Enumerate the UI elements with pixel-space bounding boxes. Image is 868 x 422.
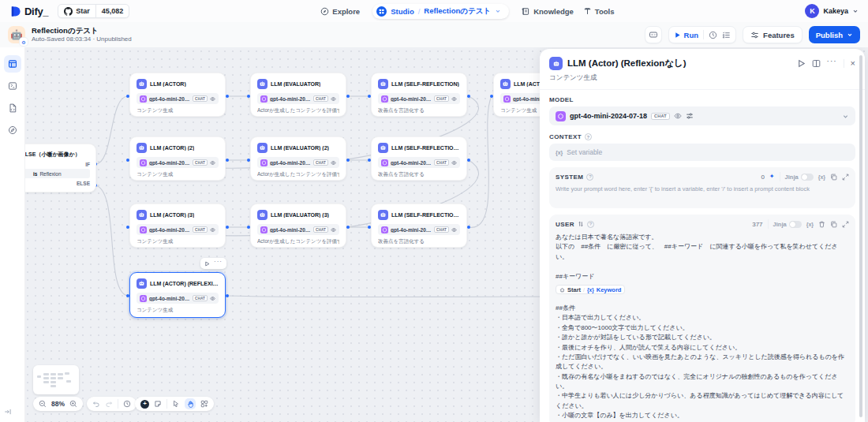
redo-icon[interactable] bbox=[105, 400, 113, 408]
workflow-node[interactable]: LLM (ACTOR) (3)gpt-4o-mini-2024-07-18CHA… bbox=[129, 204, 226, 248]
expand-icon[interactable] bbox=[842, 174, 849, 181]
help-icon[interactable]: ? bbox=[586, 174, 593, 181]
add-block-button[interactable]: + bbox=[140, 400, 149, 409]
node-model-name: gpt-4o-mini-2024-07-18 bbox=[149, 296, 190, 301]
workflow-mode-badge: ⚙ bbox=[20, 38, 28, 46]
nav-studio-breadcrumb[interactable]: Studio / Reflectionのテスト bbox=[372, 4, 509, 19]
env-variables-button[interactable] bbox=[645, 26, 662, 43]
studio-icon bbox=[376, 6, 387, 17]
zoom-out-icon[interactable] bbox=[39, 400, 47, 408]
chevron-down-icon bbox=[842, 113, 849, 120]
workflow-node[interactable]: LLM (ACTOR) (2)gpt-4o-mini-2024-07-18CHA… bbox=[129, 136, 226, 181]
organize-blocks-button[interactable] bbox=[200, 400, 208, 408]
workflow-node[interactable]: LLM (SELF-REFLECTION) (3)gpt-4o-mini-202… bbox=[371, 204, 467, 248]
generate-prompt-icon[interactable]: ✦ bbox=[769, 174, 775, 180]
node-play-icon[interactable] bbox=[204, 261, 210, 267]
sidebar-item-logs[interactable] bbox=[4, 121, 21, 139]
variable-icon: {x} bbox=[556, 150, 563, 155]
eye-icon bbox=[674, 112, 682, 120]
view-history-icon[interactable] bbox=[123, 400, 131, 408]
close-panel-button[interactable]: × bbox=[851, 59, 855, 68]
app-icon[interactable]: 🤖 ⚙ bbox=[8, 26, 25, 43]
publish-button[interactable]: Publish bbox=[809, 26, 860, 43]
run-history-icon[interactable] bbox=[709, 31, 717, 39]
chat-mode-badge: CHAT bbox=[193, 95, 208, 102]
llm-node-icon bbox=[378, 79, 388, 89]
chat-mode-badge: CHAT bbox=[651, 113, 670, 120]
jinja-switch[interactable] bbox=[789, 221, 802, 228]
jinja-toggle[interactable]: Jinja bbox=[773, 221, 802, 228]
node-model-pill: gpt-4o-mini-2024-07-18CHAT bbox=[137, 293, 219, 304]
dify-logo[interactable]: Dify_ bbox=[9, 6, 48, 17]
zoom-level[interactable]: 88% bbox=[51, 400, 65, 408]
user-prompt-conditions[interactable]: ##条件 ・日本語で出力してください。 ・全角で800〜1000文字で出力してく… bbox=[556, 304, 849, 421]
chat-mode-badge: CHAT bbox=[193, 159, 208, 166]
node-title: LLM (ACTOR) bbox=[150, 81, 186, 87]
eye-icon bbox=[210, 227, 215, 233]
help-icon[interactable]: ? bbox=[585, 133, 592, 140]
nav-tools[interactable]: Tools bbox=[578, 7, 619, 16]
delete-icon[interactable] bbox=[818, 221, 825, 228]
node-model-name: gpt-4o-mini-2024-07-18 bbox=[391, 227, 432, 233]
node-title: LLM (ACTOR) (3) bbox=[150, 212, 194, 218]
run-node-button[interactable] bbox=[797, 59, 806, 68]
copy-icon[interactable] bbox=[830, 221, 837, 228]
sidebar-item-preview[interactable] bbox=[4, 77, 21, 95]
split-view-button[interactable] bbox=[812, 59, 821, 68]
nav-explore[interactable]: Explore bbox=[316, 7, 365, 16]
features-button[interactable]: Features bbox=[743, 26, 803, 43]
context-variable-input[interactable]: {x} Set variable bbox=[549, 144, 855, 161]
workflow-node[interactable]: LLM (SELF-REFLECTION)gpt-4o-mini-2024-07… bbox=[371, 73, 467, 117]
user-prompt-block[interactable]: USER ? 377 Jinja {x} bbox=[549, 215, 855, 422]
node-model-name: gpt-4o-mini-2024-07-18 bbox=[391, 160, 432, 166]
condition-operator: is bbox=[33, 171, 37, 177]
node-model-name: gpt-4o-mini-2024-07-18 bbox=[149, 227, 190, 233]
workflow-node[interactable]: LLM (EVALUATOR) (2)gpt-4o-mini-2024-07-1… bbox=[250, 136, 346, 181]
user-prompt-intro[interactable]: あなたは日本で著名な落語家です。 以下の ##条件 に厳密に従って、 ##キーワ… bbox=[556, 233, 849, 282]
pointer-mode-button[interactable] bbox=[172, 400, 180, 408]
undo-icon[interactable] bbox=[92, 400, 100, 408]
openai-model-icon bbox=[381, 159, 388, 166]
add-note-button[interactable] bbox=[154, 400, 162, 408]
copy-icon[interactable] bbox=[830, 174, 837, 181]
insert-variable-icon[interactable]: {x} bbox=[818, 174, 825, 180]
workflow-node[interactable]: LLM (ACTOR)gpt-4o-mini-2024-07-18CHATコンテ… bbox=[129, 73, 226, 117]
top-navigation-bar: Dify_ Star 45,082 Explore Studio / Refle… bbox=[0, 0, 868, 22]
node-title: LLM (ACTOR) (REFLEXIONなし) bbox=[150, 280, 219, 288]
nav-knowledge[interactable]: Knowledge bbox=[517, 7, 578, 16]
user-menu[interactable]: K Kakeya bbox=[805, 4, 859, 18]
canvas-minimap[interactable] bbox=[33, 365, 79, 394]
github-star-widget[interactable]: Star 45,082 bbox=[58, 4, 129, 18]
crumb-separator: / bbox=[418, 7, 421, 16]
panel-scrollbar[interactable] bbox=[859, 55, 862, 417]
workflow-node-selected[interactable]: LLM (ACTOR) (REFLEXIONなし)gpt-4o-mini-202… bbox=[129, 272, 226, 318]
workflow-node[interactable]: LLM (EVALUATOR) (3)gpt-4o-mini-2024-07-1… bbox=[250, 204, 346, 248]
collapse-sidebar-button[interactable] bbox=[4, 408, 12, 416]
checklist-icon[interactable] bbox=[722, 31, 731, 39]
jinja-toggle[interactable]: Jinja bbox=[785, 174, 814, 181]
variable-icon: {x} bbox=[587, 287, 594, 293]
eye-icon bbox=[451, 227, 457, 233]
openai-model-icon bbox=[503, 95, 511, 103]
system-prompt-block[interactable]: SYSTEM ? 0 ✦ Jinja {x} bbox=[549, 167, 855, 208]
workflow-node[interactable]: LLM (EVALUATOR)gpt-4o-mini-2024-07-18CHA… bbox=[250, 73, 346, 117]
hand-mode-button[interactable] bbox=[185, 398, 196, 409]
expand-icon[interactable] bbox=[842, 221, 849, 228]
sidebar-item-api[interactable] bbox=[4, 99, 21, 117]
zoom-in-icon[interactable] bbox=[69, 400, 77, 408]
model-params-icon[interactable] bbox=[686, 112, 694, 120]
workflow-node[interactable]: LLM (SELF-REFLECTION) (2)gpt-4o-mini-202… bbox=[371, 136, 467, 181]
jinja-switch[interactable] bbox=[801, 174, 814, 181]
variable-chip[interactable]: Start / {x} Keyword bbox=[556, 285, 625, 294]
app-meta: Reflectionのテスト Auto-Saved 08:03:34 · Unp… bbox=[32, 26, 132, 43]
switch-role-icon[interactable] bbox=[578, 221, 584, 227]
selected-node-toolbar: ··· bbox=[200, 258, 226, 269]
sidebar-item-orchestrate[interactable] bbox=[4, 55, 21, 73]
insert-variable-icon[interactable]: {x} bbox=[806, 222, 814, 227]
help-icon[interactable]: ? bbox=[587, 221, 594, 228]
node-description: 改善点を言語化する bbox=[378, 171, 460, 178]
chat-mode-badge: CHAT bbox=[313, 159, 328, 166]
run-button[interactable]: Run bbox=[674, 31, 698, 39]
model-selector[interactable]: gpt-4o-mini-2024-07-18 CHAT bbox=[549, 106, 855, 125]
system-prompt-placeholder[interactable]: Write your prompt word here, enter '{' t… bbox=[556, 185, 849, 204]
